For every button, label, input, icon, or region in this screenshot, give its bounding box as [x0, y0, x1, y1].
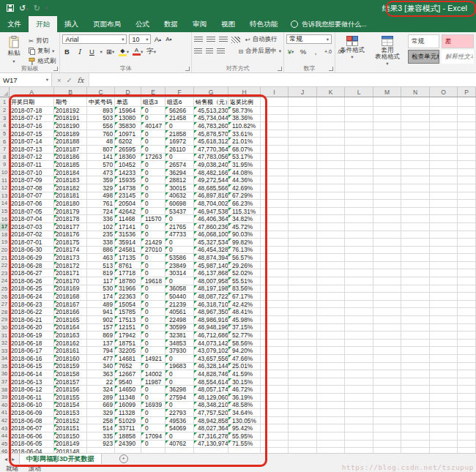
cell[interactable]: 2018164	[54, 324, 87, 332]
cell[interactable]	[458, 363, 476, 371]
number-dialog-launcher-icon[interactable]	[329, 67, 333, 71]
cell[interactable]: 2018-07-06	[10, 200, 54, 208]
cell[interactable]	[289, 107, 317, 115]
cell[interactable]	[317, 448, 345, 453]
cell[interactable]	[345, 115, 373, 123]
cell[interactable]: 60698	[166, 200, 194, 208]
cell[interactable]	[458, 378, 476, 386]
cell[interactable]	[317, 200, 345, 208]
cell[interactable]: 44,828,746	[194, 370, 228, 378]
cell[interactable]	[458, 192, 476, 201]
cell[interactable]	[261, 239, 289, 247]
cell[interactable]	[458, 370, 476, 378]
cell[interactable]	[289, 161, 317, 169]
cell[interactable]: 15785	[115, 308, 141, 316]
cell[interactable]: 2018186	[54, 154, 87, 162]
cell[interactable]: 530	[87, 285, 115, 293]
cell[interactable]	[430, 285, 458, 293]
cell[interactable]	[430, 301, 458, 309]
cell[interactable]	[345, 231, 373, 239]
row-header-23[interactable]: 23	[0, 269, 10, 277]
cell[interactable]	[430, 394, 458, 402]
cell[interactable]: 销售额（元）	[194, 97, 228, 107]
cell[interactable]: 102	[87, 223, 115, 231]
cell[interactable]: 0	[141, 146, 166, 154]
bold-button[interactable]: B	[62, 47, 71, 56]
cell[interactable]	[317, 176, 345, 184]
cell[interactable]: 2018154	[54, 402, 87, 410]
cell[interactable]	[458, 269, 476, 277]
row-header-38[interactable]: 38	[0, 386, 10, 394]
cell[interactable]: 0	[141, 340, 166, 348]
cell[interactable]	[289, 331, 317, 340]
cell[interactable]: 21.01%	[228, 138, 261, 146]
cell[interactable]: 2018158	[54, 370, 87, 378]
cell[interactable]: 760	[87, 130, 115, 138]
cell[interactable]: 55.51%	[228, 277, 261, 285]
cell[interactable]: 34.64%	[228, 409, 261, 417]
cell[interactable]	[317, 208, 345, 216]
cell[interactable]	[345, 262, 373, 270]
cell[interactable]	[458, 394, 476, 402]
cell[interactable]	[401, 247, 430, 255]
cell[interactable]	[430, 363, 458, 371]
cell[interactable]: 31.95%	[228, 161, 261, 169]
cell[interactable]: 2018-06-08	[10, 417, 54, 425]
cell[interactable]	[458, 184, 476, 192]
cell[interactable]: 0	[166, 432, 194, 441]
cell[interactable]: 46,137,868	[194, 269, 228, 277]
cell[interactable]	[261, 347, 289, 355]
cell[interactable]	[345, 301, 373, 309]
cell[interactable]	[317, 409, 345, 417]
cell[interactable]	[401, 308, 430, 316]
cell[interactable]: 12667	[115, 370, 141, 378]
cell[interactable]: 0	[141, 107, 166, 115]
cell[interactable]: 869	[87, 331, 115, 340]
cell[interactable]	[317, 277, 345, 285]
cell[interactable]: 40561	[166, 308, 194, 316]
cell[interactable]: 556	[87, 122, 115, 130]
cell[interactable]	[401, 223, 430, 231]
cell[interactable]: 514	[87, 424, 115, 432]
cell[interactable]	[289, 378, 317, 386]
cell[interactable]	[228, 448, 261, 453]
tell-me-box[interactable]: 告诉我您想要做什么...	[285, 16, 373, 32]
cell[interactable]: 2018-06-29	[10, 254, 54, 262]
cell[interactable]	[345, 386, 373, 394]
align-top-icon[interactable]	[194, 37, 203, 43]
cell[interactable]	[430, 370, 458, 378]
cell[interactable]: 36058	[166, 285, 194, 293]
cell[interactable]: 40632	[166, 192, 194, 201]
row-header-34[interactable]: 34	[0, 355, 10, 363]
cell[interactable]	[401, 394, 430, 402]
tab-formulas[interactable]: 公式	[128, 16, 157, 32]
cell[interactable]: 2018-06-12	[10, 386, 54, 394]
cell[interactable]	[458, 247, 476, 255]
row-header-42[interactable]: 42	[0, 417, 10, 425]
cell[interactable]: 329	[87, 409, 115, 417]
cell[interactable]	[458, 424, 476, 432]
cell[interactable]	[289, 239, 317, 247]
cell[interactable]: 15964	[115, 107, 141, 115]
cell[interactable]: 53.17%	[228, 154, 261, 162]
cell[interactable]: 2018-06-30	[10, 247, 54, 255]
cell[interactable]	[289, 448, 317, 453]
cell[interactable]: 0	[141, 161, 166, 169]
cell[interactable]: 2018182	[54, 184, 87, 192]
cell[interactable]: 47.66%	[228, 355, 261, 363]
cell[interactable]	[317, 293, 345, 301]
cell[interactable]: 中奖号码	[87, 97, 115, 107]
sheet-tab-active[interactable]: 中彩网福彩3D开奖数据	[19, 454, 102, 464]
cell[interactable]	[317, 347, 345, 355]
cell[interactable]: 12151	[115, 324, 141, 332]
cell[interactable]: 53586	[166, 254, 194, 262]
cell[interactable]	[317, 301, 345, 309]
cell[interactable]	[430, 331, 458, 340]
cell[interactable]: 157	[87, 324, 115, 332]
cell[interactable]: 2018150	[54, 432, 87, 441]
cell[interactable]: 18780	[115, 277, 141, 285]
column-header-C[interactable]: C	[87, 87, 115, 97]
add-sheet-icon[interactable]: +	[119, 454, 128, 463]
tab-review[interactable]: 审阅	[185, 16, 214, 32]
cell[interactable]	[261, 231, 289, 239]
